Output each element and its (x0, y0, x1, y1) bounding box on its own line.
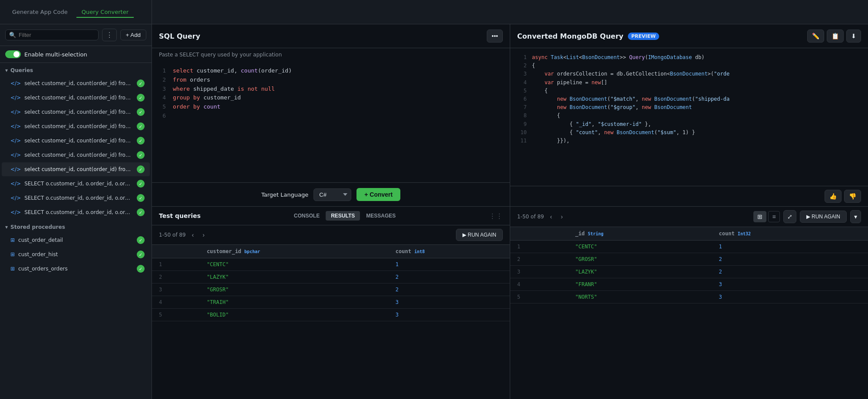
list-item[interactable]: </> SELECT o.customer_id, o.order_id, o.… (2, 177, 150, 191)
tab-query-converter[interactable]: Query Converter (76, 6, 134, 18)
mongo-code-line: 10 { "count", new BsonDocument("$sum", 1… (517, 129, 861, 137)
sql-panel-menu-button[interactable]: ••• (487, 30, 503, 43)
cell-id: "FRANR" (568, 278, 712, 291)
line-content: new BsonDocument("$group", new BsonDocum… (532, 103, 692, 112)
mongo-code-line: 6 new BsonDocument("$match", new BsonDoc… (517, 95, 861, 103)
row-number: 1 (152, 258, 200, 271)
line-content: order by count (173, 102, 221, 112)
cell-id: "GROSR" (568, 253, 712, 266)
prev-page-button[interactable]: ‹ (189, 231, 197, 239)
list-view-button[interactable]: ≡ (768, 211, 779, 222)
list-item[interactable]: </> select customer_id, count(order_id) … (2, 105, 150, 119)
mongo-edit-button[interactable]: ✏️ (807, 30, 824, 43)
list-item[interactable]: </> select customer_id, count(order_id) … (2, 148, 150, 162)
stored-procedures-section-header[interactable]: ▾ Stored procedures (0, 220, 152, 233)
language-select[interactable]: C# Java Python Node.js Go (314, 188, 351, 201)
mongo-copy-button[interactable]: 📋 (827, 30, 844, 43)
list-item[interactable]: ⊞ cust_order_detail (2, 233, 150, 247)
line-number: 6 (517, 95, 527, 103)
line-content: from orders (173, 76, 210, 85)
results-table-element: customer_id bpchar count int8 1 "CENTC" (152, 245, 510, 321)
line-content: group by customer_id (173, 93, 241, 102)
cell-count: 3 (712, 291, 868, 303)
status-badge (137, 251, 145, 258)
row-number: 1 (510, 241, 568, 253)
filter-input-wrap[interactable]: 🔍 (5, 30, 99, 40)
mongo-code-line: 11 }}), (517, 137, 861, 145)
list-item[interactable]: ⊞ cust_order_hist (2, 247, 150, 261)
list-item[interactable]: </> SELECT o.customer_id, o.order_id, o.… (2, 191, 150, 205)
sidebar-toolbar: 🔍 ⋮ + Add (0, 24, 152, 46)
sql-panel-title: SQL Query (159, 32, 200, 40)
line-number: 2 (159, 76, 166, 85)
table-row: 1 "CENTC" 1 (510, 241, 868, 253)
line-content: { (532, 112, 560, 120)
tab-generate-app-code[interactable]: Generate App Code (7, 6, 73, 18)
line-number: 4 (517, 79, 527, 87)
status-badge (137, 265, 145, 273)
mongo-next-page-button[interactable]: › (558, 212, 565, 221)
sql-code-editor[interactable]: 1 select customer_id, count(order_id) 2 … (152, 61, 510, 182)
row-number: 2 (152, 271, 200, 284)
tab-messages[interactable]: MESSAGES (361, 211, 401, 221)
cell-count: 3 (712, 278, 868, 291)
item-label: select customer_id, count(order_id) from… (24, 138, 133, 144)
pagination-text: 1-50 of 89 (159, 232, 186, 238)
list-item[interactable]: </> select customer_id, count(order_id) … (2, 119, 150, 133)
col-header-count: count int8 (389, 245, 510, 258)
list-item[interactable]: </> select customer_id, count(order_id) … (2, 76, 150, 90)
bottom-panels: Test queries CONSOLE RESULTS MESSAGES ⋮⋮… (152, 207, 868, 399)
convert-row: Target Language C# Java Python Node.js G… (152, 182, 510, 206)
table-row: 4 "TRAIH" 3 (152, 296, 510, 309)
next-page-button[interactable]: › (200, 231, 207, 239)
grid-view-button[interactable]: ⊞ (753, 211, 766, 222)
item-label: cust_order_detail (18, 237, 133, 243)
cell-count: 1 (712, 241, 868, 253)
list-item[interactable]: </> SELECT o.customer_id, o.order_id, o.… (2, 205, 150, 219)
multi-select-toggle[interactable] (5, 50, 21, 58)
line-content: }}), (532, 137, 570, 145)
line-number: 1 (517, 53, 527, 62)
preview-badge: PREVIEW (628, 33, 659, 40)
code-line-5: 5 order by count (159, 102, 503, 112)
line-number: 1 (159, 66, 166, 76)
list-item[interactable]: </> select customer_id, count(order_id) … (2, 134, 150, 148)
mongo-code-line: 4 var pipeline = new[] (517, 79, 861, 87)
row-number: 2 (510, 253, 568, 266)
sql-results-table: customer_id bpchar count int8 1 "CENTC" (152, 245, 510, 399)
cell-id: "CENTC" (568, 241, 712, 253)
add-button[interactable]: + Add (120, 30, 146, 40)
sql-panel: SQL Query ••• Paste a SELECT query used … (152, 24, 510, 206)
list-item[interactable]: </> select customer_id, count(order_id) … (2, 91, 150, 105)
tab-console[interactable]: CONSOLE (289, 211, 325, 221)
procedure-icon: ⊞ (10, 251, 15, 257)
thumbs-down-button[interactable]: 👎 (844, 190, 861, 203)
mongo-results-panel: 1-50 of 89 ‹ › ⊞ ≡ ⤢ ▶ RUN AGAIN ▾ (510, 207, 868, 399)
feedback-row: 👍 👎 (510, 186, 868, 206)
collapse-button[interactable]: ▾ (850, 210, 861, 223)
status-badge (137, 151, 145, 159)
run-again-button[interactable]: ▶ RUN AGAIN (456, 229, 503, 241)
mongo-pagination: 1-50 of 89 ‹ › (517, 212, 565, 221)
cell-count: 3 (389, 296, 510, 309)
code-line-6: 6 (159, 112, 503, 121)
tab-results[interactable]: RESULTS (326, 211, 360, 221)
list-item[interactable]: ⊞ cust_orders_orders (2, 262, 150, 276)
kebab-button[interactable]: ⋮ (102, 29, 117, 41)
col-name: customer_id (207, 248, 241, 254)
list-item[interactable]: </> select customer_id, count(order_id) … (2, 162, 150, 176)
code-line-3: 3 where shipped_date is not null (159, 85, 503, 94)
mongo-panel-title: Converted MongoDB Query (517, 32, 624, 40)
mongo-download-button[interactable]: ⬇ (846, 30, 861, 43)
filter-input[interactable] (19, 32, 95, 38)
thumbs-up-button[interactable]: 👍 (825, 190, 842, 203)
toggle-row: Enable multi-selection (0, 46, 152, 63)
mongo-run-again-button[interactable]: ▶ RUN AGAIN (800, 211, 847, 223)
mongo-panel-header: Converted MongoDB Query PREVIEW ✏️ 📋 ⬇ (510, 24, 868, 48)
cell-count: 2 (712, 253, 868, 266)
queries-section-header[interactable]: ▾ Queries (0, 63, 152, 76)
expand-button[interactable]: ⤢ (783, 210, 796, 223)
mongo-prev-page-button[interactable]: ‹ (548, 212, 555, 221)
status-badge (137, 194, 145, 202)
convert-button[interactable]: + Convert (356, 188, 400, 201)
